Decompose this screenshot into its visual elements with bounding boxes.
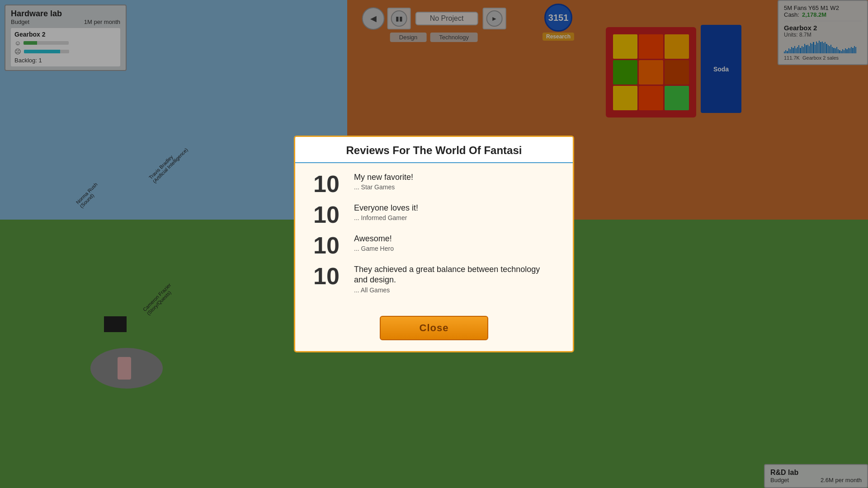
review-comment-0: My new favorite!	[354, 172, 413, 183]
review-score-3: 10	[313, 264, 345, 288]
review-item: 10 My new favorite! ... Star Games	[313, 172, 555, 196]
review-source-0: ... Star Games	[354, 183, 413, 191]
review-item: 10 Awesome! ... Game Hero	[313, 234, 555, 257]
review-comment-3: They achieved a great balance between te…	[354, 264, 555, 286]
review-item: 10 Everyone loves it! ... Informed Gamer	[313, 203, 555, 226]
review-score-2: 10	[313, 234, 345, 257]
modal-body: 10 My new favorite! ... Star Games 10 Ev…	[295, 163, 573, 309]
review-text-0: My new favorite! ... Star Games	[354, 172, 413, 191]
review-comment-1: Everyone loves it!	[354, 203, 418, 213]
review-text-3: They achieved a great balance between te…	[354, 264, 555, 294]
review-comment-2: Awesome!	[354, 234, 394, 244]
review-source-3: ... All Games	[354, 286, 555, 294]
review-score-1: 10	[313, 203, 345, 226]
review-source-2: ... Game Hero	[354, 245, 394, 252]
modal-footer: Close	[295, 309, 573, 351]
review-score-0: 10	[313, 172, 345, 196]
review-text-1: Everyone loves it! ... Informed Gamer	[354, 203, 418, 221]
modal-header: Reviews For The World Of Fantasi	[295, 137, 573, 163]
modal-title: Reviews For The World Of Fantasi	[306, 144, 562, 157]
review-item: 10 They achieved a great balance between…	[313, 264, 555, 294]
review-source-1: ... Informed Gamer	[354, 214, 418, 221]
review-text-2: Awesome! ... Game Hero	[354, 234, 394, 252]
reviews-modal: Reviews For The World Of Fantasi 10 My n…	[294, 136, 574, 352]
close-button[interactable]: Close	[380, 316, 488, 340]
